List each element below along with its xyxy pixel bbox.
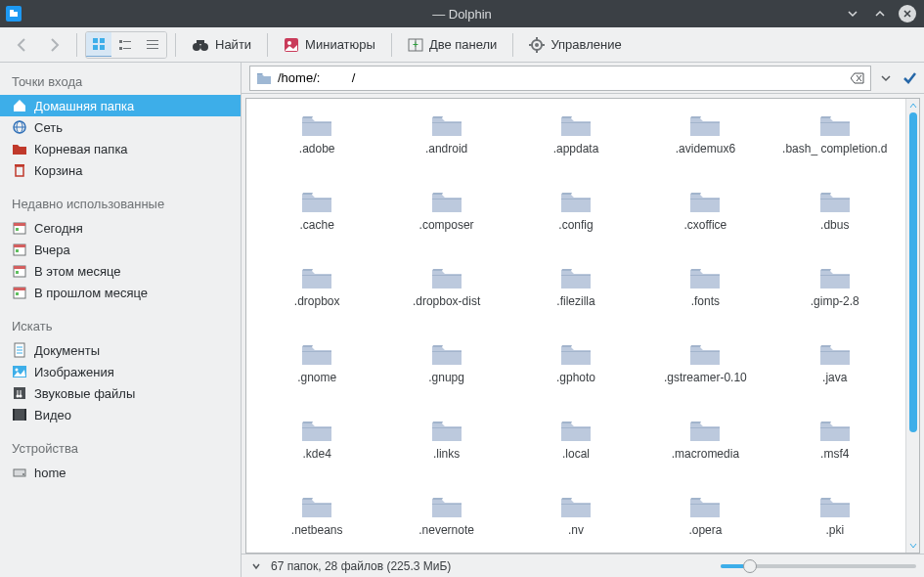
file-item[interactable]: .avidemux6 bbox=[640, 111, 770, 187]
file-item[interactable]: .opera bbox=[640, 492, 770, 553]
status-text: 67 папок, 28 файлов (225.3 МиБ) bbox=[271, 559, 713, 573]
file-item[interactable]: .msf4 bbox=[770, 416, 900, 492]
svg-rect-31 bbox=[15, 164, 24, 166]
thumbnails-button[interactable]: Миниатюры bbox=[276, 31, 383, 59]
sidebar-item-places-3[interactable]: Корзина bbox=[0, 159, 241, 181]
sidebar-item-search-0[interactable]: Документы bbox=[0, 339, 241, 361]
file-item[interactable]: .bash_ completion.d bbox=[770, 111, 900, 187]
file-item[interactable]: .fonts bbox=[640, 263, 770, 339]
svg-rect-12 bbox=[147, 48, 158, 49]
snd-icon bbox=[12, 385, 27, 401]
sidebar-item-label: Звуковые файлы bbox=[34, 386, 135, 401]
file-item[interactable]: .appdata bbox=[511, 111, 640, 187]
file-item[interactable]: .gphoto bbox=[511, 339, 640, 416]
folder-icon bbox=[559, 418, 593, 443]
file-item[interactable]: .nv bbox=[511, 492, 640, 553]
sidebar-item-label: Вчера bbox=[34, 243, 70, 257]
find-button[interactable]: Найти bbox=[184, 31, 259, 59]
file-item[interactable]: .android bbox=[381, 111, 510, 187]
file-item[interactable]: .dbus bbox=[770, 187, 900, 263]
path-input[interactable] bbox=[278, 70, 864, 85]
scroll-track[interactable] bbox=[909, 112, 917, 539]
vid-icon bbox=[12, 407, 27, 422]
find-label: Найти bbox=[215, 37, 251, 52]
svg-rect-85 bbox=[561, 504, 591, 505]
collapse-sidebar-button[interactable] bbox=[249, 559, 263, 573]
two-panels-label: Две панели bbox=[429, 37, 498, 52]
folder-icon bbox=[300, 189, 333, 214]
file-item[interactable]: .config bbox=[511, 187, 640, 263]
minimize-button[interactable] bbox=[844, 5, 861, 22]
forward-button[interactable] bbox=[39, 31, 68, 59]
sidebar-item-places-2[interactable]: Корневая папка bbox=[0, 138, 241, 159]
svg-point-49 bbox=[16, 369, 19, 372]
file-item[interactable]: .adobe bbox=[252, 111, 381, 187]
sidebar-item-search-2[interactable]: Звуковые файлы bbox=[0, 382, 241, 404]
sidebar-item-devices-0[interactable]: home bbox=[0, 462, 241, 483]
folder-icon bbox=[430, 265, 463, 290]
svg-rect-59 bbox=[432, 122, 462, 123]
file-item[interactable]: .pki bbox=[770, 492, 900, 553]
maximize-button[interactable] bbox=[871, 5, 889, 22]
manage-button[interactable]: Управление bbox=[521, 31, 629, 59]
sidebar-item-label: Документы bbox=[34, 343, 100, 358]
sidebar-item-search-1[interactable]: Изображения bbox=[0, 361, 241, 382]
file-item[interactable]: .kde4 bbox=[252, 416, 381, 492]
back-button[interactable] bbox=[8, 31, 37, 59]
close-button[interactable] bbox=[899, 5, 916, 22]
svg-rect-33 bbox=[14, 223, 25, 226]
file-item[interactable]: .cache bbox=[252, 187, 381, 263]
file-item[interactable]: .dropbox bbox=[252, 263, 381, 339]
sidebar-item-places-1[interactable]: Сеть bbox=[0, 116, 241, 138]
file-item[interactable]: .gstreamer-0.10 bbox=[640, 339, 770, 416]
file-name: .filezilla bbox=[556, 294, 594, 308]
folder-icon bbox=[256, 71, 272, 85]
file-item[interactable]: .gnome bbox=[252, 339, 381, 416]
view-compact-button[interactable] bbox=[111, 32, 139, 58]
sidebar-item-places-0[interactable]: Домашняя папка bbox=[0, 95, 241, 116]
clear-path-button[interactable] bbox=[849, 69, 866, 87]
sidebar-item-recent-3[interactable]: В прошлом месяце bbox=[0, 282, 241, 303]
svg-rect-4 bbox=[93, 45, 98, 50]
scroll-thumb[interactable] bbox=[909, 112, 917, 432]
file-item[interactable]: .gimp-2.8 bbox=[770, 263, 900, 339]
svg-rect-64 bbox=[432, 199, 462, 200]
sidebar-item-recent-1[interactable]: Вчера bbox=[0, 239, 241, 260]
svg-rect-3 bbox=[100, 38, 105, 43]
file-item[interactable]: .links bbox=[381, 416, 510, 492]
file-item[interactable]: .local bbox=[511, 416, 640, 492]
scroll-down-button[interactable] bbox=[908, 541, 918, 551]
sidebar-item-recent-0[interactable]: Сегодня bbox=[0, 217, 241, 239]
cal-icon bbox=[12, 242, 27, 257]
view-icons-button[interactable] bbox=[85, 31, 112, 57]
svg-rect-53 bbox=[13, 409, 26, 421]
file-item[interactable]: .netbeans bbox=[252, 492, 381, 553]
two-panels-button[interactable]: + Две панели bbox=[400, 31, 506, 59]
file-item[interactable]: .dropbox-dist bbox=[381, 263, 510, 339]
zoom-slider[interactable] bbox=[721, 564, 916, 568]
file-item[interactable]: .gnupg bbox=[381, 339, 510, 416]
file-item[interactable]: .cxoffice bbox=[640, 187, 770, 263]
svg-rect-37 bbox=[16, 249, 19, 252]
file-name: .avidemux6 bbox=[676, 142, 735, 155]
file-view: .adobe.android.appdata.avidemux6.bash_ c… bbox=[245, 98, 920, 554]
folder-icon bbox=[430, 494, 463, 519]
sidebar-item-search-3[interactable]: Видео bbox=[0, 404, 241, 425]
path-go-button[interactable] bbox=[899, 67, 920, 89]
view-details-button[interactable] bbox=[139, 32, 166, 58]
svg-rect-8 bbox=[119, 47, 122, 50]
file-item[interactable]: .macromedia bbox=[640, 416, 770, 492]
devices-heading: Устройства bbox=[0, 437, 241, 462]
zoom-handle[interactable] bbox=[743, 559, 757, 573]
file-item[interactable]: .composer bbox=[381, 187, 510, 263]
file-name: .java bbox=[822, 371, 847, 384]
svg-rect-55 bbox=[24, 409, 26, 421]
folder-icon bbox=[559, 189, 593, 214]
sidebar-item-recent-2[interactable]: В этом месяце bbox=[0, 260, 241, 282]
file-item[interactable]: .filezilla bbox=[511, 263, 640, 339]
file-item[interactable]: .java bbox=[770, 339, 900, 416]
path-dropdown-button[interactable] bbox=[877, 66, 895, 91]
file-item[interactable]: .nevernote bbox=[381, 492, 510, 553]
scroll-up-button[interactable] bbox=[908, 101, 918, 111]
folder-icon bbox=[688, 341, 722, 367]
